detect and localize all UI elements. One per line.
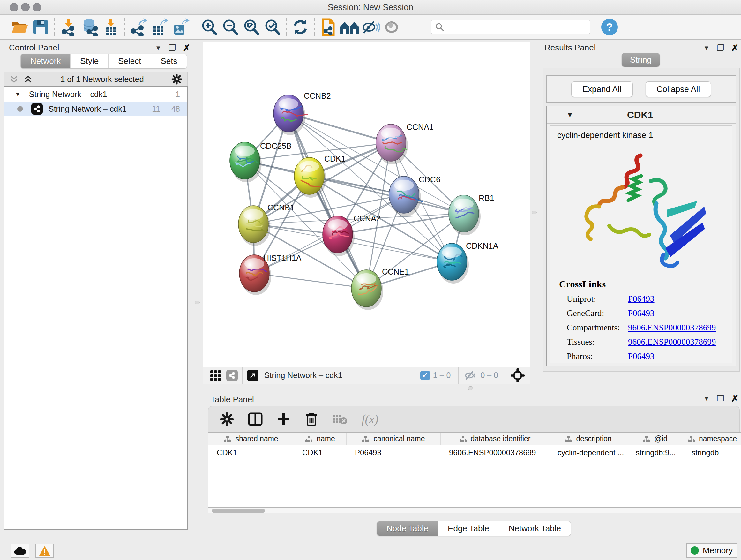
tab-sets[interactable]: Sets bbox=[151, 54, 187, 68]
results-panel-menu-icon[interactable]: ▼ bbox=[703, 44, 710, 52]
table-cell[interactable]: CDK1 bbox=[208, 448, 294, 457]
import-network-icon bbox=[60, 18, 77, 36]
gene-description: cyclin-dependent kinase 1 bbox=[557, 130, 732, 140]
left-splitter-handle[interactable] bbox=[195, 301, 200, 304]
table-cell[interactable]: 9606.ENSP00000378699 bbox=[441, 448, 549, 457]
warnings-button[interactable] bbox=[36, 544, 54, 558]
zoom-out-button[interactable] bbox=[219, 17, 241, 37]
create-column-plus-icon[interactable] bbox=[277, 412, 291, 426]
selected-checkbox-icon[interactable]: ✓ bbox=[420, 371, 430, 380]
table-options-gear-icon[interactable] bbox=[220, 412, 234, 426]
import-table-file-button[interactable] bbox=[100, 17, 121, 37]
zoom-selected-button[interactable] bbox=[262, 17, 283, 37]
right-splitter-handle[interactable] bbox=[532, 211, 537, 214]
network-node-CDKN1A bbox=[437, 243, 469, 284]
tab-style[interactable]: Style bbox=[70, 54, 108, 68]
table-cell[interactable]: P06493 bbox=[347, 448, 441, 457]
column-header[interactable]: @id bbox=[627, 433, 683, 445]
export-image-button[interactable] bbox=[171, 17, 192, 37]
control-panel-float-icon[interactable]: ❐ bbox=[169, 43, 176, 53]
results-panel-float-icon[interactable]: ❐ bbox=[717, 43, 724, 53]
hide-elements-button[interactable] bbox=[360, 17, 381, 37]
results-panel-close-icon[interactable]: ✗ bbox=[731, 43, 738, 53]
network-from-file-button[interactable] bbox=[318, 17, 339, 37]
function-builder-button[interactable]: f(x) bbox=[361, 412, 379, 426]
column-header-label: @id bbox=[654, 435, 667, 443]
table-cell[interactable]: CDK1 bbox=[294, 448, 347, 457]
network-canvas[interactable]: CCNB2CCNA1CDC25BCDK1CDC6RB1CCNB1CCNA2CDK… bbox=[203, 43, 530, 367]
collapse-all-icon[interactable] bbox=[9, 74, 19, 84]
home-networks-button[interactable] bbox=[339, 17, 360, 37]
table-hscrollbar-thumb[interactable] bbox=[212, 509, 265, 513]
crosslink-link[interactable]: P06493 bbox=[628, 294, 655, 304]
zoom-fit-button[interactable] bbox=[241, 17, 262, 37]
table-cell[interactable]: stringdb bbox=[683, 448, 741, 457]
table-cell[interactable]: stringdb:9... bbox=[627, 448, 683, 457]
node-table[interactable]: shared namenamecanonical namedatabase id… bbox=[208, 432, 741, 508]
control-panel-menu-icon[interactable]: ▼ bbox=[155, 44, 161, 52]
expand-all-icon[interactable] bbox=[23, 74, 33, 84]
crosslink-link[interactable]: 9606.ENSP00000378699 bbox=[628, 323, 716, 333]
zoom-in-button[interactable] bbox=[199, 17, 219, 37]
import-network-file-button[interactable] bbox=[58, 17, 79, 37]
open-session-button[interactable] bbox=[9, 17, 30, 37]
crosslink-row: Pharos:P06493 bbox=[567, 352, 732, 361]
column-header[interactable]: namespace bbox=[683, 433, 741, 445]
crosslink-link[interactable]: P06493 bbox=[628, 308, 655, 318]
show-columns-icon[interactable] bbox=[248, 412, 263, 427]
delete-column-trash-icon[interactable] bbox=[305, 412, 318, 427]
network-row[interactable]: String Network – cdk1 11 48 bbox=[4, 102, 187, 116]
column-header[interactable]: description bbox=[549, 433, 627, 445]
network-options-gear-icon[interactable] bbox=[172, 74, 182, 84]
window-title: Session: New Session bbox=[0, 3, 741, 12]
bottom-splitter-handle[interactable] bbox=[468, 386, 473, 390]
cloud-services-button[interactable] bbox=[11, 544, 29, 558]
column-header[interactable]: database identifier bbox=[441, 433, 549, 445]
save-session-button[interactable] bbox=[30, 17, 51, 37]
tab-select[interactable]: Select bbox=[108, 54, 151, 68]
tab-network-table[interactable]: Network Table bbox=[499, 521, 570, 536]
table-hscrollbar-track[interactable] bbox=[208, 508, 741, 513]
table-panel-float-icon[interactable]: ❐ bbox=[717, 394, 724, 403]
memory-button[interactable]: Memory bbox=[686, 543, 737, 558]
toolbar-separator bbox=[195, 18, 195, 36]
crosslink-link[interactable]: P06493 bbox=[628, 352, 655, 361]
view-bar-separator bbox=[242, 367, 243, 384]
manual-layout-crosshair-icon[interactable] bbox=[511, 368, 525, 382]
column-header[interactable]: name bbox=[294, 433, 347, 445]
table-cell[interactable]: cyclin-dependent ... bbox=[549, 448, 627, 457]
crosslinks-list: Uniprot:P06493GeneCard:P06493Compartment… bbox=[550, 294, 732, 361]
gene-collapse-caret-icon[interactable]: ▼ bbox=[566, 111, 574, 119]
export-table-button[interactable] bbox=[149, 17, 171, 37]
crosslink-link[interactable]: 9606.ENSP00000378699 bbox=[628, 337, 716, 347]
birds-eye-grid-icon[interactable] bbox=[210, 370, 221, 381]
control-panel-close-icon[interactable]: ✗ bbox=[183, 43, 190, 53]
open-in-string-icon[interactable] bbox=[247, 370, 259, 381]
zoom-out-icon bbox=[221, 18, 239, 36]
tab-node-table[interactable]: Node Table bbox=[377, 521, 438, 536]
hidden-eye-slash-icon[interactable] bbox=[463, 370, 477, 381]
collapse-all-button[interactable]: Collapse All bbox=[646, 81, 711, 97]
import-network-database-button[interactable] bbox=[79, 17, 100, 37]
export-network-button[interactable] bbox=[128, 17, 149, 37]
collection-caret-icon[interactable]: ▼ bbox=[15, 91, 21, 98]
tab-edge-table[interactable]: Edge Table bbox=[438, 521, 499, 536]
tab-string-results[interactable]: String bbox=[622, 53, 660, 67]
expand-all-button[interactable]: Expand All bbox=[571, 81, 633, 97]
column-header[interactable]: shared name bbox=[208, 433, 294, 445]
zoom-fit-icon bbox=[243, 18, 260, 36]
help-button[interactable]: ? bbox=[601, 19, 618, 36]
tab-network[interactable]: Network bbox=[21, 54, 70, 68]
table-panel-menu-icon[interactable]: ▼ bbox=[703, 395, 710, 402]
refresh-view-button[interactable] bbox=[290, 17, 311, 37]
show-elements-button[interactable] bbox=[381, 17, 402, 37]
table-panel-close-icon[interactable]: ✗ bbox=[731, 393, 738, 404]
network-collection-row[interactable]: ▼ String Network – cdk1 1 bbox=[4, 87, 187, 102]
table-row[interactable]: CDK1CDK1P064939606.ENSP00000378699cyclin… bbox=[208, 445, 741, 460]
gene-card-header[interactable]: ▼ CDK1 bbox=[547, 106, 736, 124]
string-view-icon[interactable] bbox=[226, 370, 238, 381]
search-input[interactable] bbox=[431, 20, 590, 35]
column-header[interactable]: canonical name bbox=[347, 433, 441, 445]
delete-table-icon[interactable] bbox=[332, 413, 347, 425]
crosslink-label: Pharos: bbox=[567, 352, 628, 361]
